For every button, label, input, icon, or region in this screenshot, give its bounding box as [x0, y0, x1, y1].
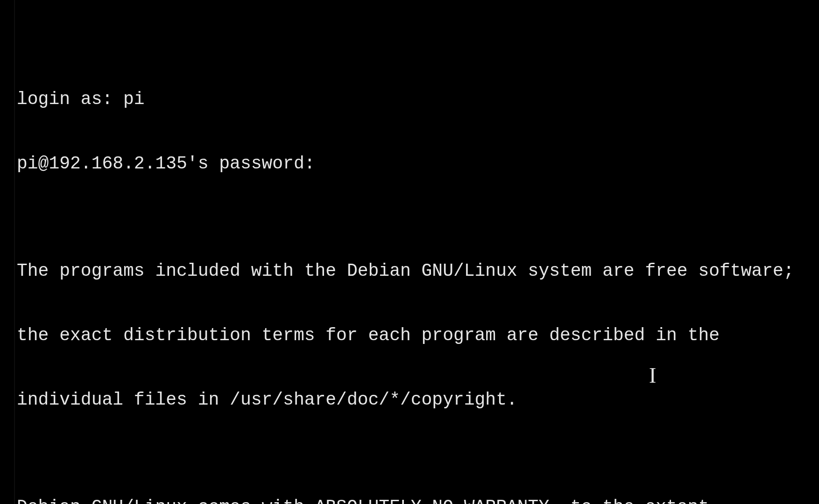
- motd-line-2: the exact distribution terms for each pr…: [17, 325, 819, 346]
- login-as-line: login as: pi: [17, 89, 819, 110]
- terminal-window[interactable]: login as: pi pi@192.168.2.135's password…: [0, 0, 819, 504]
- motd-line-4: Debian GNU/Linux comes with ABSOLUTELY N…: [17, 497, 819, 504]
- motd-line-3: individual files in /usr/share/doc/*/cop…: [17, 389, 819, 411]
- window-left-edge: [14, 0, 15, 504]
- text-cursor-icon: I: [649, 365, 656, 386]
- password-prompt-line: pi@192.168.2.135's password:: [17, 153, 819, 175]
- motd-line-1: The programs included with the Debian GN…: [17, 260, 819, 282]
